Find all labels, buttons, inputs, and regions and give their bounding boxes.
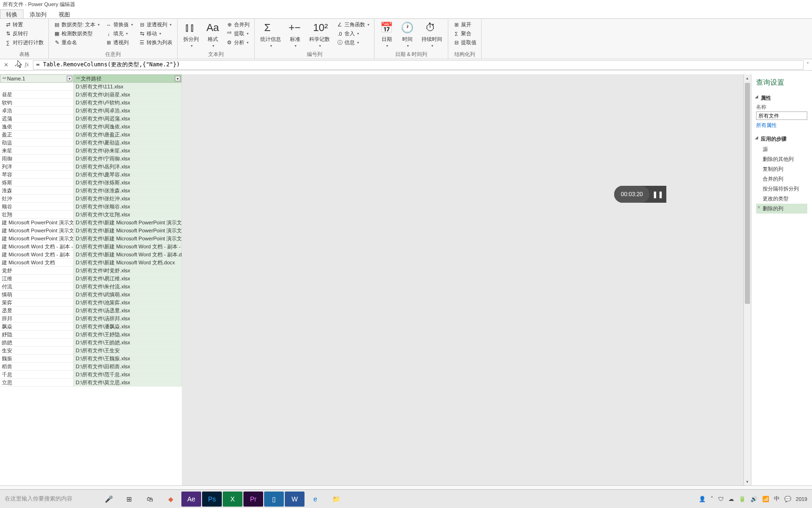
tray-notifications-icon[interactable]: 💬 <box>784 496 791 502</box>
table-row[interactable]: 烁斯D:\所有文件\张烁斯.xlsx <box>0 179 182 187</box>
cell-filepath[interactable]: D:\所有文件\时党舒.xlsx <box>74 267 182 275</box>
cell-name[interactable]: 建 Microsoft PowerPoint 演示文稿 - ... <box>0 227 74 235</box>
applied-step[interactable]: 合并的列 <box>756 174 807 184</box>
formula-input[interactable] <box>33 60 804 70</box>
file-explorer-icon[interactable]: 📁 <box>326 492 346 507</box>
tray-cloud-icon[interactable]: ☁ <box>728 496 734 502</box>
cell-name[interactable]: 策弈 <box>0 299 74 307</box>
cell-filepath[interactable]: D:\所有文件\周迟蒲.xlsx <box>74 115 182 123</box>
column-filter-name1[interactable]: ▾ <box>67 76 72 81</box>
tab-transform[interactable]: 转换 <box>0 9 23 18</box>
cortana-mic-icon[interactable]: 🎤 <box>99 492 118 507</box>
applied-step[interactable]: 更改的类型 <box>756 194 807 204</box>
table-row[interactable]: 建 Microsoft Word 文档 - 副本D:\所有文件\新建 Micro… <box>0 251 182 259</box>
cell-filepath[interactable]: D:\所有文件\朱付流.xlsx <box>74 283 182 291</box>
table-row[interactable]: 建 Microsoft PowerPoint 演示文稿 - ...D:\所有文件… <box>0 219 182 227</box>
cell-filepath[interactable]: D:\所有文件\张淮森.xlsx <box>74 187 182 195</box>
cell-name[interactable]: 雨御 <box>0 155 74 163</box>
excel-icon[interactable]: X <box>223 492 242 507</box>
extract-values-button[interactable]: ⊟提取值 <box>452 39 477 47</box>
cell-name[interactable]: 江维 <box>0 275 74 283</box>
rename-button[interactable]: ✎重命名 <box>53 39 101 47</box>
applied-step[interactable]: 删除的列 <box>756 204 807 214</box>
store-icon[interactable]: 🛍 <box>140 492 160 507</box>
cell-filepath[interactable]: D:\所有文件\张灶沖.xlsx <box>74 195 182 203</box>
cell-filepath[interactable]: D:\所有文件\孙来笙.xlsx <box>74 147 182 155</box>
table-row[interactable]: 付流D:\所有文件\朱付流.xlsx <box>0 283 182 291</box>
cell-name[interactable]: 烁斯 <box>0 179 74 187</box>
cell-name[interactable]: 淮森 <box>0 187 74 195</box>
cell-name[interactable]: 盈正 <box>0 131 74 139</box>
formula-expand-button[interactable]: ˅ <box>804 62 812 68</box>
applied-steps-header[interactable]: 应用的步骤 <box>756 135 807 143</box>
tray-ime-icon[interactable]: 中 <box>774 495 780 503</box>
table-row[interactable]: 千息D:\所有文件\范千息.xlsx <box>0 371 182 379</box>
statistics-button[interactable]: Σ统计信息 <box>257 20 285 50</box>
vertical-scrollbar[interactable]: ▴ ▾ <box>743 74 751 485</box>
info-button[interactable]: ⓘ信息 <box>336 39 370 47</box>
unpivot-button[interactable]: ⊟逆透视列 <box>138 21 173 29</box>
cell-filepath[interactable]: D:\所有文件\庞琴容.xlsx <box>74 171 182 179</box>
cell-filepath[interactable]: D:\所有文件\易江维.xlsx <box>74 275 182 283</box>
scientific-button[interactable]: 10²科学记数 <box>305 20 334 50</box>
table-row[interactable]: 卓浩D:\所有文件\周卓浩.xlsx <box>0 107 182 115</box>
cell-filepath[interactable]: D:\所有文件\新建 Microsoft PowerPoint 演示文稿.ppt… <box>74 235 182 243</box>
cell-name[interactable]: 辞邦 <box>0 315 74 323</box>
scroll-down-button[interactable]: ▾ <box>744 478 751 485</box>
cell-name[interactable]: 生安 <box>0 347 74 355</box>
cell-filepath[interactable]: D:\所有文件\新建 Microsoft Word 文档.docx <box>74 259 182 267</box>
cell-name[interactable]: 列洋 <box>0 163 74 171</box>
pivot-button[interactable]: ⊞透视列 <box>104 39 134 47</box>
cell-name[interactable]: 丞昱 <box>0 307 74 315</box>
cell-name[interactable]: 建 Microsoft Word 文档 <box>0 259 74 267</box>
cell-name[interactable]: 迟蒲 <box>0 115 74 123</box>
format-button[interactable]: Aa格式 <box>203 20 223 50</box>
applied-step[interactable]: 复制的列 <box>756 164 807 174</box>
tray-battery-icon[interactable]: 🔋 <box>739 496 746 502</box>
cell-name[interactable]: 建 Microsoft Word 文档 - 副本 - 副本 <box>0 243 74 251</box>
table-row[interactable]: 逸依D:\所有文件\周逸依.xlsx <box>0 123 182 131</box>
table-row[interactable]: 辞邦D:\所有文件\汤辞邦.xlsx <box>0 315 182 323</box>
merge-columns-button[interactable]: ⊕合并列 <box>225 21 250 29</box>
cell-filepath[interactable]: D:\所有文件\卢软钧.xlsx <box>74 99 182 107</box>
column-filter-filepath[interactable]: ▾ <box>175 76 180 81</box>
screen-recorder-widget[interactable]: 00:03:20 ❚❚ <box>614 186 666 203</box>
table-row[interactable]: 飘焱D:\所有文件\潘飘焱.xlsx <box>0 323 182 331</box>
count-rows-button[interactable]: ∑对行进行计数 <box>4 39 45 47</box>
table-row[interactable]: 建 Microsoft PowerPoint 演示文稿D:\所有文件\新建 Mi… <box>0 235 182 243</box>
aggregate-button[interactable]: Σ聚合 <box>452 30 477 38</box>
cell-name[interactable]: 付流 <box>0 283 74 291</box>
cell-filepath[interactable]: D:\所有文件\岳列洋.xlsx <box>74 163 182 171</box>
trig-button[interactable]: ∠三角函数 <box>336 21 370 29</box>
table-row[interactable]: 琴容D:\所有文件\庞琴容.xlsx <box>0 171 182 179</box>
app-icon-1[interactable]: ◆ <box>161 492 180 507</box>
cell-filepath[interactable]: D:\所有文件\范千息.xlsx <box>74 371 182 379</box>
cell-name[interactable]: 稻蔷 <box>0 363 74 371</box>
column-header-filepath[interactable]: ᴬᴮ 文件路径 ▾ <box>74 74 182 83</box>
photoshop-icon[interactable]: Ps <box>202 492 222 507</box>
table-row[interactable]: 魏振D:\所有文件\王魏振.xlsx <box>0 355 182 363</box>
tray-volume-icon[interactable]: 🔊 <box>750 496 757 502</box>
table-row[interactable]: 迟蒲D:\所有文件\周迟蒲.xlsx <box>0 115 182 123</box>
formula-accept-button[interactable]: ✓ <box>12 61 21 69</box>
table-row[interactable]: 建 Microsoft Word 文档D:\所有文件\新建 Microsoft … <box>0 259 182 267</box>
cell-filepath[interactable]: D:\所有文件\莫立思.xlsx <box>74 379 182 387</box>
query-name-input[interactable] <box>756 111 807 120</box>
cell-filepath[interactable]: D:\所有文件\新建 Microsoft Word 文档 - 副本.docx <box>74 251 182 259</box>
task-view-icon[interactable]: ⊞ <box>119 492 139 507</box>
cell-filepath[interactable]: D:\所有文件\新建 Microsoft PowerPoint 演示文稿 - .… <box>74 219 182 227</box>
date-button[interactable]: 📅日期 <box>376 20 397 50</box>
expand-button[interactable]: ⊞展开 <box>452 21 477 29</box>
cell-name[interactable]: 顺谷 <box>0 203 74 211</box>
table-row[interactable]: 丞昱D:\所有文件\汤丞昱.xlsx <box>0 307 182 315</box>
table-row[interactable]: 皓皑D:\所有文件\王皓皑.xlsx <box>0 339 182 347</box>
table-row[interactable]: 雨御D:\所有文件\宁雨御.xlsx <box>0 155 182 163</box>
after-effects-icon[interactable]: Ae <box>181 492 201 507</box>
cell-name[interactable]: 慎萌 <box>0 291 74 299</box>
cell-name[interactable]: 逸依 <box>0 123 74 131</box>
app-icon-2[interactable]: ▯ <box>264 492 284 507</box>
table-row[interactable]: 建 Microsoft PowerPoint 演示文稿 - ...D:\所有文件… <box>0 227 182 235</box>
transpose-button[interactable]: ⇄转置 <box>4 21 45 29</box>
table-row[interactable]: 策弈D:\所有文件\池策弈.xlsx <box>0 299 182 307</box>
round-button[interactable]: .0舍入 <box>336 30 370 38</box>
